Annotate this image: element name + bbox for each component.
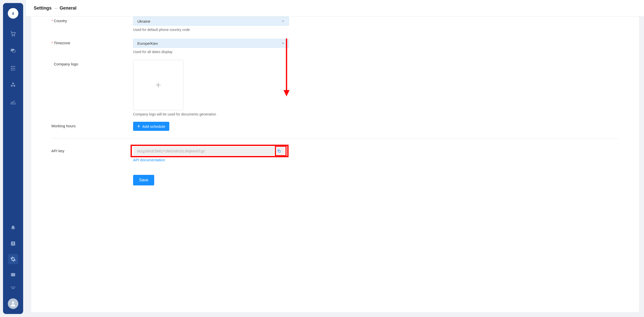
save-button[interactable]: Save: [133, 175, 154, 185]
chat-icon: [10, 48, 16, 54]
api-documentation-link[interactable]: API documentation: [133, 158, 165, 162]
svg-rect-5: [12, 83, 14, 84]
cart-icon: [10, 31, 16, 37]
svg-point-2: [14, 35, 15, 36]
app-logo[interactable]: [8, 8, 18, 19]
svg-rect-15: [278, 150, 280, 152]
timezone-label: *Timezone: [51, 39, 133, 45]
sidebar-item-wallet[interactable]: [8, 270, 18, 280]
svg-rect-6: [11, 85, 13, 87]
user-avatar[interactable]: [8, 298, 18, 309]
sidebar-item-orders[interactable]: [8, 29, 18, 39]
help-icon: ?: [10, 241, 16, 246]
chevron-down-icon: [281, 19, 285, 23]
chevron-down-icon: [281, 42, 285, 45]
plus-icon: +: [137, 124, 140, 129]
settings-form-card: *Country Ukraine Used for default phone …: [31, 17, 639, 312]
svg-point-12: [12, 301, 14, 304]
analytics-icon: [10, 99, 16, 105]
sidebar-item-menu[interactable]: [8, 285, 18, 290]
svg-point-1: [12, 35, 13, 36]
sidebar-item-tasks[interactable]: [8, 63, 18, 73]
breadcrumb-root[interactable]: Settings: [34, 6, 52, 11]
main-area: Settings → General *Country Ukraine Used…: [26, 0, 644, 317]
sidebar-item-inventory[interactable]: [8, 80, 18, 90]
chevron-right-icon: →: [54, 6, 58, 11]
checklist-icon: [10, 65, 16, 71]
logo-help: Company logo will be used for documents …: [133, 112, 289, 116]
country-select[interactable]: Ukraine: [133, 17, 289, 26]
copy-icon: [277, 149, 281, 153]
api-key-value: MzgzMGE5MGY3MGNhOGJiNjMxNTg0: [134, 149, 274, 153]
user-icon: [10, 300, 16, 307]
required-indicator: *: [51, 41, 53, 45]
breadcrumb: Settings → General: [26, 0, 644, 17]
wallet-icon: [10, 272, 16, 278]
timezone-help: Used for all dates display: [133, 50, 289, 54]
copy-api-key-button[interactable]: [274, 147, 284, 155]
svg-point-0: [13, 12, 14, 14]
keyhole-icon: [11, 11, 15, 16]
sidebar-item-notifications[interactable]: [8, 223, 18, 233]
svg-rect-4: [13, 50, 15, 52]
sidebar-item-messages[interactable]: [8, 46, 18, 56]
country-label: *Country: [51, 17, 133, 23]
sidebar-item-settings[interactable]: [8, 254, 18, 264]
bell-icon: [10, 225, 16, 231]
svg-text:?: ?: [12, 242, 14, 246]
sidebar-item-help[interactable]: ?: [8, 239, 18, 249]
boxes-icon: [10, 82, 16, 88]
add-schedule-button[interactable]: + Add schedule: [133, 122, 169, 131]
country-help: Used for default phone country code: [133, 28, 289, 32]
api-key-label: API key: [51, 147, 133, 153]
gear-icon: [10, 256, 16, 262]
svg-rect-7: [14, 85, 15, 87]
working-hours-label: Working hours: [51, 122, 133, 128]
sidebar: ?: [3, 3, 23, 314]
logo-label: Company logo: [51, 60, 133, 66]
required-indicator: *: [51, 19, 53, 23]
plus-icon: [155, 82, 162, 89]
breadcrumb-current: General: [60, 6, 76, 11]
timezone-select[interactable]: Europe/Kiev: [133, 39, 289, 48]
country-value: Ukraine: [137, 19, 150, 23]
sidebar-item-analytics[interactable]: [8, 97, 18, 107]
timezone-value: Europe/Kiev: [137, 41, 158, 46]
menu-icon: [11, 287, 15, 289]
logo-upload-area[interactable]: [133, 60, 183, 110]
